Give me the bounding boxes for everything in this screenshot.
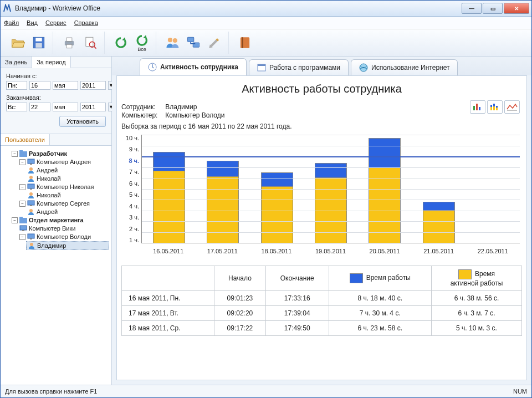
user-icon [27,175,35,182]
close-button[interactable]: ✕ [504,3,529,14]
toolbar: Все [1,29,531,57]
from-month[interactable] [53,81,78,90]
apply-button[interactable]: Установить [59,116,106,127]
tree-node-dev[interactable]: −Разработчик [11,150,109,157]
svg-rect-44 [493,104,495,106]
tree-node-pc-volodi[interactable]: −Компьютер Володи [18,233,109,241]
report-area: Активность работы сотрудника Сотрудник: … [116,75,527,380]
chart-type-stacked-button[interactable] [487,100,503,114]
menu-file[interactable]: Файл [4,19,19,26]
settings-button[interactable] [205,33,224,52]
tree-node-pc-andrey[interactable]: −Компьютер Андрея [18,158,109,166]
menu-bar: Файл Вид Сервис Справка [1,17,531,29]
svg-rect-11 [187,37,193,42]
tree-node-pc-nikolay[interactable]: −Компьютер Николая [18,183,109,191]
col-date [122,266,214,291]
tree-node-user-andrey[interactable]: Андрей [26,166,109,174]
svg-rect-5 [66,44,72,48]
chart-type-line-button[interactable] [504,100,520,114]
from-day[interactable] [29,81,50,90]
svg-rect-25 [30,205,32,206]
collapse-icon[interactable]: − [19,184,25,190]
save-button[interactable] [29,33,48,52]
employee-label: Сотрудник: [121,103,163,111]
computer-icon [27,200,35,207]
sidebar: За день За период Начиная с: ▼ Заканчива… [1,57,112,385]
maximize-button[interactable]: ▭ [483,3,503,14]
computer-icon [27,159,35,165]
menu-service[interactable]: Сервис [45,19,66,26]
clock-icon [148,63,157,72]
svg-rect-39 [476,104,478,110]
svg-point-9 [168,38,172,42]
date-range-text: Выборка за период с 16 мая 2011 по 22 ма… [121,123,522,130]
users-tab[interactable]: Пользователи [1,134,50,145]
tree-node-marketing[interactable]: −Отдел маркетинга [11,216,109,224]
minimize-button[interactable]: — [462,3,482,14]
print-button[interactable] [60,33,79,52]
tree-node-pc-viki[interactable]: Компьютер Вики [18,224,109,232]
table-row: 17 мая 2011, Вт.09:02:2017:39:047 ч. 30 … [122,306,522,321]
svg-rect-16 [19,150,23,152]
svg-rect-42 [490,105,492,107]
window-title: Владимир - Workview Office [15,4,462,12]
computers-button[interactable] [184,33,203,52]
chart-type-bar-button[interactable] [470,100,485,114]
user-icon [27,167,35,174]
svg-point-26 [29,209,33,212]
side-tab-day[interactable]: За день [1,57,32,68]
to-month[interactable] [53,103,78,111]
collapse-icon[interactable]: − [19,201,25,207]
collapse-icon[interactable]: − [12,151,18,157]
window-icon [257,63,266,72]
refresh-button[interactable] [111,33,130,52]
svg-rect-18 [30,164,32,165]
computer-icon [27,183,35,190]
svg-rect-14 [242,37,243,48]
print-preview-button[interactable] [81,33,100,52]
tree-node-user-nikolay2[interactable]: Николай [26,191,109,199]
col-start: Начало [214,266,265,291]
app-icon [3,4,12,13]
tree-node-user-vladimir[interactable]: Владимир [26,241,109,250]
svg-point-33 [30,243,33,246]
open-button[interactable] [8,33,27,52]
tree-node-pc-sergey[interactable]: −Компьютер Сергея [18,200,109,207]
users-button[interactable] [163,33,182,52]
menu-help[interactable]: Справка [74,19,98,26]
to-dow[interactable] [6,103,27,111]
table-row: 18 мая 2011, Ср.09:17:2217:49:506 ч. 23 … [122,321,522,336]
collapse-icon[interactable]: − [19,234,25,240]
tree-node-user-nikolay[interactable]: Николай [26,175,109,182]
to-day[interactable] [29,103,50,111]
to-year[interactable] [80,103,106,111]
computer-value: Компьютер Володи [165,111,224,119]
svg-rect-36 [258,64,265,66]
collapse-icon[interactable]: − [12,217,18,223]
svg-rect-30 [22,230,24,231]
computer-icon [27,233,35,240]
computer-icon [19,225,27,232]
tree-node-user-andrey2[interactable]: Андрей [26,208,109,216]
from-dow[interactable] [6,81,27,90]
collapse-icon[interactable]: − [19,159,25,165]
user-icon [27,192,35,198]
svg-rect-21 [28,184,34,188]
col-work: Время работы [329,266,431,291]
tab-programs[interactable]: Работа с программами [249,59,349,75]
folder-icon [19,150,27,157]
svg-rect-1 [35,38,42,42]
legend-work-icon [350,273,363,283]
refresh-all-button[interactable]: Все [132,33,151,52]
side-tab-period[interactable]: За период [32,57,70,68]
legend-active-icon [458,269,472,279]
tab-internet[interactable]: Использование Интернет [351,59,458,75]
status-hint: Для вызова справки нажмите F1 [5,388,97,395]
help-button[interactable] [236,33,254,52]
computer-label: Компьютер: [121,111,163,119]
tab-activity[interactable]: Активность сотрудника [140,58,247,75]
svg-rect-28 [19,217,23,219]
menu-view[interactable]: Вид [27,19,38,26]
refresh-all-label: Все [137,47,146,52]
from-year[interactable] [80,81,106,90]
